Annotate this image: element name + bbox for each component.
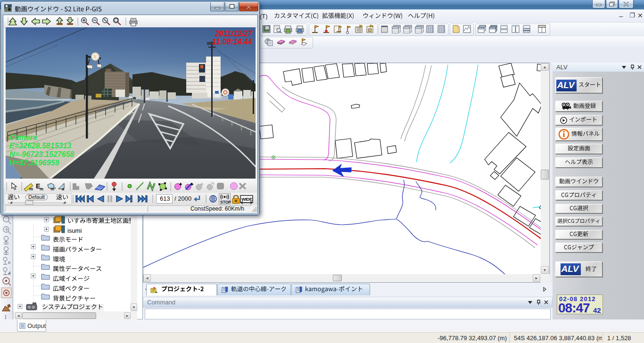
svg-text:Camera: Camera: [9, 133, 37, 141]
svg-text:2011/12/27: 2011/12/27: [215, 30, 253, 38]
svg-text:STOP: STOP: [220, 200, 231, 204]
svg-text:N=-96723.1527658: N=-96723.1527658: [9, 150, 74, 158]
svg-text:11:08:14.44: 11:08:14.44: [212, 38, 252, 46]
svg-text:H=37.3196959: H=37.3196959: [9, 159, 59, 167]
svg-text:E=32628.5815313: E=32628.5815313: [9, 142, 71, 150]
svg-text:613: 613: [160, 195, 170, 202]
svg-text:Default: Default: [28, 194, 45, 200]
svg-text:WIDE: WIDE: [241, 196, 252, 202]
svg-text:m: m: [40, 187, 43, 191]
svg-text:m: m: [29, 187, 33, 191]
svg-text:/ 2000: / 2000: [174, 195, 191, 202]
svg-text:m²: m²: [50, 187, 56, 191]
